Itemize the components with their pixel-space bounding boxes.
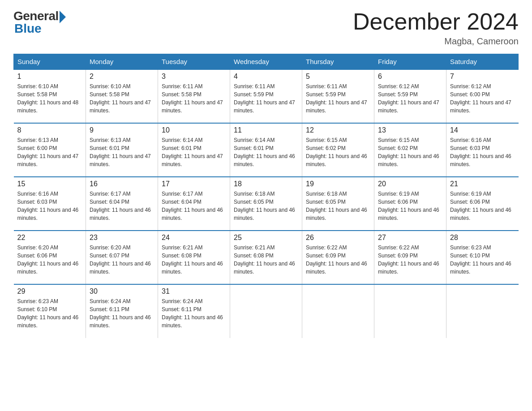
day-info: Sunrise: 6:24 AMSunset: 6:11 PMDaylight:…: [90, 297, 154, 330]
week-row-4: 22Sunrise: 6:20 AMSunset: 6:06 PMDayligh…: [14, 231, 519, 284]
calendar-cell: 9Sunrise: 6:13 AMSunset: 6:01 PMDaylight…: [86, 123, 158, 177]
day-number: 29: [17, 287, 82, 295]
day-info: Sunrise: 6:23 AMSunset: 6:10 PMDaylight:…: [17, 297, 82, 330]
day-info: Sunrise: 6:12 AMSunset: 6:00 PMDaylight:…: [450, 82, 515, 115]
day-info: Sunrise: 6:14 AMSunset: 6:01 PMDaylight:…: [162, 136, 226, 168]
day-number: 31: [162, 287, 226, 295]
header-cell-friday: Friday: [374, 54, 446, 70]
calendar-cell: 21Sunrise: 6:19 AMSunset: 6:06 PMDayligh…: [446, 177, 519, 231]
day-number: 19: [306, 180, 370, 188]
day-info: Sunrise: 6:13 AMSunset: 6:01 PMDaylight:…: [90, 136, 154, 168]
day-info: Sunrise: 6:15 AMSunset: 6:02 PMDaylight:…: [378, 136, 442, 168]
week-row-3: 15Sunrise: 6:16 AMSunset: 6:03 PMDayligh…: [14, 177, 519, 231]
day-info: Sunrise: 6:14 AMSunset: 6:01 PMDaylight:…: [234, 136, 298, 168]
day-number: 2: [90, 73, 154, 81]
day-info: Sunrise: 6:21 AMSunset: 6:08 PMDaylight:…: [234, 244, 298, 276]
calendar-cell: [230, 284, 302, 338]
day-info: Sunrise: 6:11 AMSunset: 5:59 PMDaylight:…: [234, 82, 298, 115]
calendar-cell: 15Sunrise: 6:16 AMSunset: 6:03 PMDayligh…: [14, 177, 86, 231]
day-number: 20: [378, 180, 442, 188]
calendar-cell: 22Sunrise: 6:20 AMSunset: 6:06 PMDayligh…: [14, 231, 86, 284]
week-row-1: 1Sunrise: 6:10 AMSunset: 5:58 PMDaylight…: [14, 69, 519, 123]
day-info: Sunrise: 6:24 AMSunset: 6:11 PMDaylight:…: [162, 297, 226, 330]
calendar-cell: 18Sunrise: 6:18 AMSunset: 6:05 PMDayligh…: [230, 177, 302, 231]
day-number: 21: [450, 180, 515, 188]
day-number: 4: [234, 73, 298, 81]
day-number: 28: [450, 234, 515, 242]
header-cell-wednesday: Wednesday: [230, 54, 302, 70]
day-number: 18: [234, 180, 298, 188]
calendar-cell: 25Sunrise: 6:21 AMSunset: 6:08 PMDayligh…: [230, 231, 302, 284]
day-info: Sunrise: 6:21 AMSunset: 6:08 PMDaylight:…: [162, 244, 226, 276]
calendar-cell: [302, 284, 374, 338]
header-cell-saturday: Saturday: [446, 54, 519, 70]
day-number: 1: [17, 73, 82, 81]
header-cell-tuesday: Tuesday: [158, 54, 230, 70]
calendar-body: 1Sunrise: 6:10 AMSunset: 5:58 PMDaylight…: [14, 69, 519, 338]
calendar-cell: 20Sunrise: 6:19 AMSunset: 6:06 PMDayligh…: [374, 177, 446, 231]
day-info: Sunrise: 6:16 AMSunset: 6:03 PMDaylight:…: [17, 190, 82, 222]
calendar-cell: 29Sunrise: 6:23 AMSunset: 6:10 PMDayligh…: [14, 284, 86, 338]
day-info: Sunrise: 6:10 AMSunset: 5:58 PMDaylight:…: [90, 82, 154, 115]
day-number: 9: [90, 126, 154, 134]
calendar-cell: 10Sunrise: 6:14 AMSunset: 6:01 PMDayligh…: [158, 123, 230, 177]
day-number: 3: [162, 73, 226, 81]
month-title: December 2024: [353, 9, 519, 34]
calendar-cell: 6Sunrise: 6:12 AMSunset: 5:59 PMDaylight…: [374, 69, 446, 123]
calendar-cell: 13Sunrise: 6:15 AMSunset: 6:02 PMDayligh…: [374, 123, 446, 177]
header-cell-monday: Monday: [86, 54, 158, 70]
day-info: Sunrise: 6:11 AMSunset: 5:59 PMDaylight:…: [306, 82, 370, 115]
day-number: 24: [162, 234, 226, 242]
day-number: 5: [306, 73, 370, 81]
calendar-cell: 2Sunrise: 6:10 AMSunset: 5:58 PMDaylight…: [86, 69, 158, 123]
calendar-cell: 7Sunrise: 6:12 AMSunset: 6:00 PMDaylight…: [446, 69, 519, 123]
calendar-cell: 17Sunrise: 6:17 AMSunset: 6:04 PMDayligh…: [158, 177, 230, 231]
calendar-cell: 16Sunrise: 6:17 AMSunset: 6:04 PMDayligh…: [86, 177, 158, 231]
day-info: Sunrise: 6:12 AMSunset: 5:59 PMDaylight:…: [378, 82, 442, 115]
day-info: Sunrise: 6:23 AMSunset: 6:10 PMDaylight:…: [450, 244, 515, 276]
day-number: 27: [378, 234, 442, 242]
title-block: December 2024 Magba, Cameroon: [353, 9, 519, 47]
day-info: Sunrise: 6:17 AMSunset: 6:04 PMDaylight:…: [162, 190, 226, 222]
calendar-cell: 1Sunrise: 6:10 AMSunset: 5:58 PMDaylight…: [14, 69, 86, 123]
calendar-cell: 3Sunrise: 6:11 AMSunset: 5:58 PMDaylight…: [158, 69, 230, 123]
day-number: 12: [306, 126, 370, 134]
day-info: Sunrise: 6:13 AMSunset: 6:00 PMDaylight:…: [17, 136, 82, 168]
day-number: 13: [378, 126, 442, 134]
calendar-cell: 5Sunrise: 6:11 AMSunset: 5:59 PMDaylight…: [302, 69, 374, 123]
calendar-cell: 4Sunrise: 6:11 AMSunset: 5:59 PMDaylight…: [230, 69, 302, 123]
day-info: Sunrise: 6:20 AMSunset: 6:07 PMDaylight:…: [90, 244, 154, 276]
day-number: 15: [17, 180, 82, 188]
day-number: 16: [90, 180, 154, 188]
day-number: 7: [450, 73, 515, 81]
header-row: SundayMondayTuesdayWednesdayThursdayFrid…: [14, 54, 519, 70]
header-cell-sunday: Sunday: [14, 54, 86, 70]
day-info: Sunrise: 6:19 AMSunset: 6:06 PMDaylight:…: [450, 190, 515, 222]
day-number: 25: [234, 234, 298, 242]
header-cell-thursday: Thursday: [302, 54, 374, 70]
day-info: Sunrise: 6:17 AMSunset: 6:04 PMDaylight:…: [90, 190, 154, 222]
day-number: 14: [450, 126, 515, 134]
day-number: 10: [162, 126, 226, 134]
day-number: 22: [17, 234, 82, 242]
logo: General Blue: [13, 9, 66, 36]
calendar-cell: 28Sunrise: 6:23 AMSunset: 6:10 PMDayligh…: [446, 231, 519, 284]
day-info: Sunrise: 6:10 AMSunset: 5:58 PMDaylight:…: [17, 82, 82, 115]
calendar-cell: 23Sunrise: 6:20 AMSunset: 6:07 PMDayligh…: [86, 231, 158, 284]
calendar-header: SundayMondayTuesdayWednesdayThursdayFrid…: [14, 54, 519, 70]
week-row-2: 8Sunrise: 6:13 AMSunset: 6:00 PMDaylight…: [14, 123, 519, 177]
day-info: Sunrise: 6:19 AMSunset: 6:06 PMDaylight:…: [378, 190, 442, 222]
calendar-cell: 11Sunrise: 6:14 AMSunset: 6:01 PMDayligh…: [230, 123, 302, 177]
calendar-cell: 31Sunrise: 6:24 AMSunset: 6:11 PMDayligh…: [158, 284, 230, 338]
day-number: 30: [90, 287, 154, 295]
day-info: Sunrise: 6:22 AMSunset: 6:09 PMDaylight:…: [306, 244, 370, 276]
day-number: 11: [234, 126, 298, 134]
calendar-cell: 8Sunrise: 6:13 AMSunset: 6:00 PMDaylight…: [14, 123, 86, 177]
logo-arrow-icon: [60, 11, 66, 23]
day-number: 26: [306, 234, 370, 242]
calendar-table: SundayMondayTuesdayWednesdayThursdayFrid…: [13, 54, 519, 338]
day-info: Sunrise: 6:15 AMSunset: 6:02 PMDaylight:…: [306, 136, 370, 168]
location-text: Magba, Cameroon: [353, 36, 519, 47]
page-header: General Blue December 2024 Magba, Camero…: [13, 9, 519, 47]
day-info: Sunrise: 6:20 AMSunset: 6:06 PMDaylight:…: [17, 244, 82, 276]
